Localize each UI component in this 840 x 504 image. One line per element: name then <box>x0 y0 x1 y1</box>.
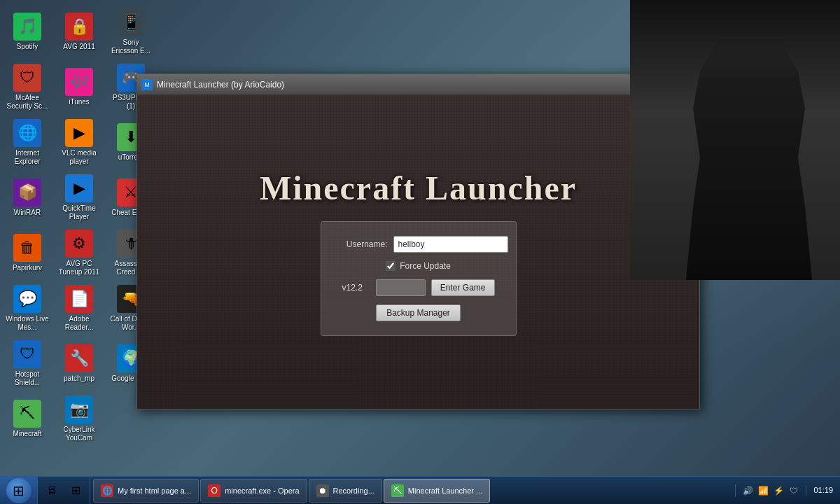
icon-itunes[interactable]: 🎶 iTunes <box>55 61 104 113</box>
taskbar-html-label: My first html page a... <box>118 486 191 495</box>
clock-time: 01:19 <box>813 485 833 496</box>
desktop-icons-area: 🎵 Spotify 🛡 McAfee Security Sc... 🌐 Inte… <box>0 0 140 476</box>
backup-manager-button[interactable]: Backup Manager <box>376 304 461 321</box>
force-update-row: Force Update <box>342 261 495 271</box>
taskbar-opera-icon: O <box>208 484 220 497</box>
icon-label-cyberlink: CyberLink YouCam <box>57 426 101 442</box>
icon-label-adobe: Adobe Reader... <box>57 315 101 332</box>
force-update-checkbox[interactable] <box>386 261 396 271</box>
icon-mcafee[interactable]: 🛡 McAfee Security Sc... <box>3 61 52 113</box>
desktop: 🎵 Spotify 🛡 McAfee Security Sc... 🌐 Inte… <box>0 0 840 476</box>
taskbar-item-recording[interactable]: ⏺ Recording... <box>309 479 382 503</box>
username-label: Username: <box>342 239 388 249</box>
taskbar-recording-icon: ⏺ <box>316 484 329 497</box>
icon-label-avgpc: AVG PC Tuneup 2011 <box>57 260 101 276</box>
icon-label-winrar: WinRAR <box>14 209 41 217</box>
patch-icon: 🔧 <box>65 344 93 372</box>
winlive-icon: 💬 <box>13 285 41 313</box>
enter-game-button[interactable]: Enter Game <box>431 279 495 296</box>
icon-qt[interactable]: ▶ QuickTime Player <box>55 172 104 224</box>
itunes-icon: 🎶 <box>65 68 93 96</box>
task-switcher-button[interactable]: ⊞ <box>64 479 87 502</box>
icon-label-ie: Internet Explorer <box>6 149 49 166</box>
window-titlebar: M Minecraft Launcher (by ArioCaido) ─ □ … <box>137 74 699 95</box>
sony-icon: 📱 <box>117 8 145 36</box>
avgpc-icon: ⚙ <box>65 230 93 258</box>
tray-icon-2[interactable]: 📶 <box>757 484 769 497</box>
launcher-form: Username: Force Update v12.2 Enter Game … <box>321 221 517 336</box>
show-desktop-button[interactable]: 🖥 <box>41 479 63 502</box>
tray-icon-1[interactable]: 🔊 <box>741 484 754 497</box>
avg2011-icon: 🔒 <box>65 13 93 41</box>
ie-icon: 🌐 <box>13 119 41 147</box>
icon-adobe[interactable]: 📄 Adobe Reader... <box>55 282 104 335</box>
window-title-text: Minecraft Launcher (by ArioCaido) <box>157 80 284 90</box>
username-row: Username: <box>342 236 495 253</box>
icon-sony[interactable]: 📱 Sony Ericsson E... <box>106 6 155 58</box>
spotify-icon: 🎵 <box>13 13 41 41</box>
icon-label-minecraft: Minecraft <box>13 430 41 438</box>
icon-label-mcafee: McAfee Security Sc... <box>6 94 49 111</box>
quick-launch-area: 🖥 ⊞ <box>38 477 90 504</box>
start-button[interactable]: ⊞ <box>0 477 38 505</box>
icon-minecraft[interactable]: ⛏ Minecraft <box>3 393 52 445</box>
taskbar-html-icon: 🌐 <box>101 484 113 497</box>
minecraft-launcher-window: M Minecraft Launcher (by ArioCaido) ─ □ … <box>136 74 700 410</box>
icon-winrar[interactable]: 📦 WinRAR <box>3 172 52 224</box>
taskbar-recording-label: Recording... <box>333 486 374 495</box>
taskbar-opera-label: minecraft.exe - Opera <box>225 486 299 495</box>
system-tray: 🔊 📶 ⚡ 🛡 <box>735 484 806 497</box>
icon-label-sony: Sony Ericsson E... <box>109 38 153 55</box>
backup-row: Backup Manager <box>342 304 495 321</box>
window-title-area: M Minecraft Launcher (by ArioCaido) <box>141 79 284 90</box>
taskbar-clock: 01:19 <box>806 485 840 496</box>
taskbar-item-opera[interactable]: O minecraft.exe - Opera <box>200 479 307 503</box>
vlc-icon: ▶ <box>65 119 93 147</box>
icon-label-hotspot: Hotspot Shield... <box>6 370 49 387</box>
launcher-title: Minecraft Launcher <box>260 169 577 207</box>
start-orb-icon: ⊞ <box>6 478 31 503</box>
icon-label-qt: QuickTime Player <box>57 204 101 221</box>
taskbar-item-launcher[interactable]: ⛏ Minecraft Launcher ... <box>384 479 490 503</box>
desktop-background-photo <box>630 0 840 280</box>
icon-ie[interactable]: 🌐 Internet Explorer <box>3 116 52 169</box>
hotspot-icon: 🛡 <box>13 340 41 368</box>
icon-label-winlive: Windows Live Mes... <box>6 315 49 332</box>
version-text: v12.2 <box>342 283 370 293</box>
icon-cyberlink[interactable]: 📷 CyberLink YouCam <box>55 393 104 445</box>
taskbar-launcher-icon: ⛏ <box>391 484 404 497</box>
icon-spotify[interactable]: 🎵 Spotify <box>3 6 52 58</box>
icon-label-itunes: iTunes <box>69 98 90 106</box>
winrar-icon: 📦 <box>13 178 41 206</box>
launcher-content: Minecraft Launcher Username: Force Updat… <box>137 95 699 409</box>
tray-icon-3[interactable]: ⚡ <box>772 484 785 497</box>
icon-avg2011[interactable]: 🔒 AVG 2011 <box>55 6 104 58</box>
icon-vlc[interactable]: ▶ VLC media player <box>55 116 104 169</box>
icon-label-vlc: VLC media player <box>57 149 101 166</box>
version-row: v12.2 Enter Game <box>342 279 495 296</box>
icon-label-paprika: Papirkurv <box>13 264 42 272</box>
adobe-icon: 📄 <box>65 285 93 313</box>
taskbar: ⊞ 🖥 ⊞ 🌐 My first html page a... O minecr… <box>0 476 840 504</box>
icon-avgpc[interactable]: ⚙ AVG PC Tuneup 2011 <box>55 227 104 279</box>
taskbar-items: 🌐 My first html page a... O minecraft.ex… <box>90 477 735 504</box>
taskbar-item-html[interactable]: 🌐 My first html page a... <box>93 479 199 503</box>
username-input[interactable] <box>393 236 508 253</box>
icon-paprika[interactable]: 🗑 Papirkurv <box>3 227 52 279</box>
icon-label-patch: patch_mp <box>64 374 94 383</box>
icon-hotspot[interactable]: 🛡 Hotspot Shield... <box>3 337 52 390</box>
mcafee-icon: 🛡 <box>13 64 41 92</box>
paprika-icon: 🗑 <box>13 234 41 262</box>
icon-label-avg2011: AVG 2011 <box>63 43 94 51</box>
force-update-label: Force Update <box>400 261 451 271</box>
taskbar-launcher-label: Minecraft Launcher ... <box>408 486 482 495</box>
photo-silhouette <box>679 35 819 280</box>
qt-icon: ▶ <box>65 174 93 202</box>
minecraft-icon: ⛏ <box>13 400 41 428</box>
icon-patch[interactable]: 🔧 patch_mp <box>55 337 104 390</box>
icon-winlive[interactable]: 💬 Windows Live Mes... <box>3 282 52 335</box>
cyberlink-icon: 📷 <box>65 396 93 424</box>
icon-label-spotify: Spotify <box>17 43 38 51</box>
window-app-icon: M <box>141 79 153 90</box>
tray-icon-4[interactable]: 🛡 <box>788 484 800 497</box>
